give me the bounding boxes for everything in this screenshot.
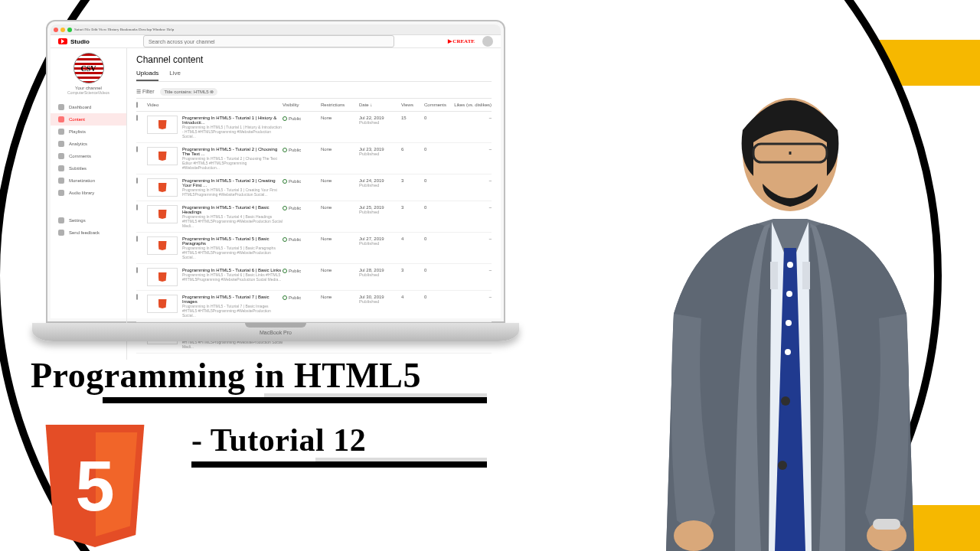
restrictions-cell: None: [321, 268, 359, 272]
row-checkbox[interactable]: [136, 294, 138, 300]
views-cell: 3: [401, 178, 424, 183]
row-checkbox[interactable]: [136, 178, 138, 184]
laptop-model-label: MacBook Pro: [260, 330, 292, 335]
date-cell: Jul 27, 2019Published: [359, 236, 401, 246]
channel-avatar: CSV: [74, 53, 104, 83]
svg-point-6: [785, 349, 791, 355]
search-input[interactable]: [143, 35, 394, 47]
nav-footer: SettingsSend feedback: [51, 214, 126, 239]
table-row[interactable]: Programming In HTML5 - Tutorial 5 | Basi…: [136, 233, 492, 264]
sidebar-item-analytics[interactable]: Analytics: [51, 138, 126, 150]
subtitle: - Tutorial 12: [191, 422, 487, 458]
video-description: Programming In HTML5 | Tutorial 1 | Hist…: [182, 125, 283, 139]
table-header: Video Visibility Restrictions Date ↓ Vie…: [136, 99, 492, 112]
restrictions-cell: None: [321, 205, 359, 210]
table-row[interactable]: Programming In HTML5 - Tutorial 3 | Crea…: [136, 174, 492, 201]
nav-icon: [58, 104, 64, 110]
nav-icon: [58, 178, 64, 184]
date-cell: Jul 28, 2019Published: [359, 268, 401, 277]
tabs: Uploads Live: [136, 70, 492, 82]
comments-cell: 0: [424, 236, 453, 241]
visibility-cell: Public: [283, 178, 321, 184]
studio-sidebar: CSV Your channel ComputerScienceVideos D…: [51, 48, 127, 360]
sidebar-item-comments[interactable]: Comments: [51, 150, 126, 162]
studio-main: Channel content Uploads Live ☰ Filter Ti…: [127, 48, 501, 360]
sidebar-item-settings[interactable]: Settings: [51, 214, 126, 227]
html5-five-glyph: 5: [75, 446, 114, 527]
table-row[interactable]: Programming In HTML5 - Tutorial 1 | Hist…: [136, 112, 492, 143]
select-all-checkbox[interactable]: [136, 102, 138, 108]
video-description: Programming In HTML5 - Tutorial 2 | Choo…: [182, 156, 283, 170]
sidebar-item-subtitles[interactable]: Subtitles: [51, 162, 126, 174]
mac-menubar: Safari File Edit View History Bookmarks …: [51, 24, 501, 35]
visibility-cell: Public: [283, 205, 321, 210]
table-row[interactable]: Programming In HTML5 - Tutorial 6 | Basi…: [136, 264, 492, 291]
video-title: Programming In HTML5 - Tutorial 4 | Basi…: [182, 205, 283, 214]
channel-profile: CSV Your channel ComputerScienceVideos: [51, 53, 126, 95]
visibility-cell: Public: [283, 268, 321, 273]
likes-cell: –: [453, 295, 492, 299]
video-thumbnail: [147, 295, 178, 313]
filter-chip[interactable]: Title contains: HTML5 ⊗: [160, 88, 217, 96]
svg-rect-13: [802, 262, 810, 289]
restrictions-cell: None: [321, 178, 359, 183]
date-cell: Jul 23, 2019Published: [359, 147, 401, 156]
likes-cell: –: [453, 147, 492, 152]
video-title: Programming In HTML5 - Tutorial 5 | Basi…: [182, 236, 283, 246]
video-title: Programming In HTML5 - Tutorial 1 | Hist…: [182, 116, 283, 125]
create-button[interactable]: ▶ CREATE: [448, 38, 475, 44]
tab-uploads[interactable]: Uploads: [136, 70, 158, 81]
sidebar-item-dashboard[interactable]: Dashboard: [51, 101, 126, 113]
visibility-cell: Public: [283, 147, 321, 152]
svg-point-5: [786, 320, 792, 326]
video-description: Programming In HTML5 - Tutorial 3 | Crea…: [182, 187, 283, 197]
nav-icon: [58, 129, 64, 135]
nav-icon: [58, 153, 64, 159]
svg-point-7: [781, 396, 790, 406]
comments-cell: 0: [424, 178, 453, 183]
avatar[interactable]: [482, 36, 493, 47]
sidebar-item-send-feedback[interactable]: Send feedback: [51, 227, 126, 239]
table-row[interactable]: Programming In HTML5 - Tutorial 7 | Basi…: [136, 291, 492, 322]
sidebar-item-playlists[interactable]: Playlists: [51, 126, 126, 138]
table-row[interactable]: Programming In HTML5 - Tutorial 4 | Basi…: [136, 201, 492, 233]
tab-live[interactable]: Live: [169, 70, 181, 81]
row-checkbox[interactable]: [136, 204, 138, 210]
likes-cell: –: [453, 205, 492, 210]
views-cell: 3: [401, 205, 424, 210]
laptop-base: MacBook Pro: [32, 323, 519, 341]
views-cell: 6: [401, 147, 424, 152]
date-cell: Jul 25, 2019Published: [359, 205, 401, 214]
restrictions-cell: None: [321, 147, 359, 152]
restrictions-cell: None: [321, 116, 359, 120]
views-cell: 3: [401, 268, 424, 272]
row-checkbox[interactable]: [136, 115, 138, 121]
sidebar-item-content[interactable]: Content: [51, 113, 126, 126]
video-description: Programming In HTML5 - Tutorial 6 | Basi…: [182, 272, 283, 282]
date-cell: Jul 24, 2019Published: [359, 178, 401, 187]
likes-cell: –: [453, 236, 492, 241]
studio-label: Studio: [70, 38, 90, 45]
video-thumbnail: [147, 147, 178, 165]
video-thumbnail: [147, 236, 178, 255]
table-row[interactable]: Programming In HTML5 - Tutorial 2 | Choo…: [136, 143, 492, 174]
studio-header: Studio ▶ CREATE: [51, 35, 501, 48]
nav-list: DashboardContentPlaylistsAnalyticsCommen…: [51, 101, 126, 199]
video-description: Programming In HTML5 - Tutorial 4 | Basi…: [182, 214, 283, 228]
sidebar-item-monetization[interactable]: Monetization: [51, 174, 126, 187]
channel-name: ComputerScienceVideos: [51, 90, 126, 95]
video-title: Programming In HTML5 - Tutorial 7 | Basi…: [182, 295, 283, 304]
sidebar-item-audio-library[interactable]: Audio library: [51, 187, 126, 199]
studio-logo: Studio: [58, 38, 90, 45]
row-checkbox[interactable]: [136, 267, 138, 273]
youtube-studio-app: Studio ▶ CREATE CSV Your channel Compute…: [51, 35, 501, 318]
video-table: Programming In HTML5 - Tutorial 1 | Hist…: [136, 112, 492, 354]
svg-rect-12: [770, 262, 778, 289]
row-checkbox[interactable]: [136, 236, 138, 242]
row-checkbox[interactable]: [136, 146, 138, 152]
visibility-cell: Public: [283, 236, 321, 242]
underline-decoration: [103, 397, 487, 403]
nav-icon: [58, 190, 64, 196]
views-cell: 15: [401, 116, 424, 120]
video-thumbnail: [147, 178, 178, 197]
